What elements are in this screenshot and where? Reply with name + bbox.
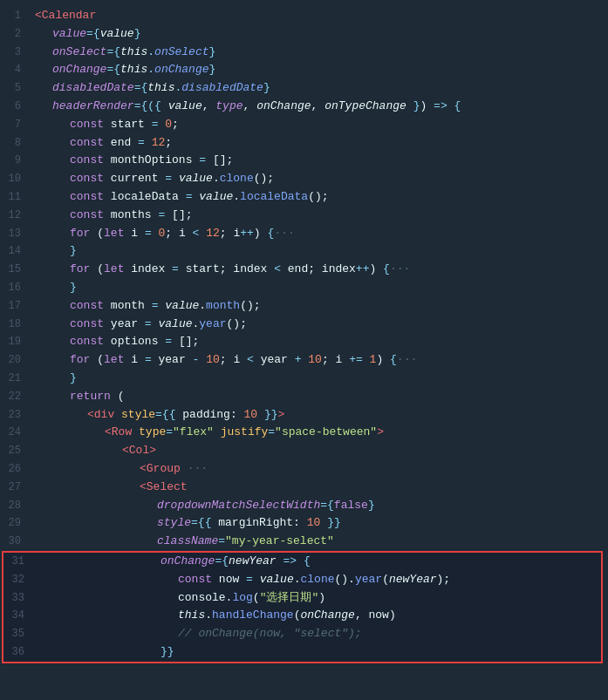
code-line: 13 for (let i = 0; i < 12; i++) {··· bbox=[0, 225, 608, 243]
code-line: 14 } bbox=[0, 242, 608, 261]
code-line-highlighted: 32 const now = value.clone().year(newYea… bbox=[3, 571, 601, 589]
code-line: 11 const localeData = value.localeData()… bbox=[0, 188, 608, 207]
code-line-highlighted: 31 onChange={newYear => { bbox=[3, 553, 601, 571]
code-line-highlighted: 34 this.handleChange(onChange, now) bbox=[3, 607, 601, 625]
code-line: 7 const start = 0; bbox=[0, 116, 608, 134]
code-line: 26 <Group ··· bbox=[0, 460, 608, 479]
code-line: 19 const options = []; bbox=[0, 333, 608, 351]
code-line: 25 <Col> bbox=[0, 442, 608, 460]
code-line: 23 <div style={{ padding: 10 }}> bbox=[0, 406, 608, 425]
code-line: 4 onChange={this.onChange} bbox=[0, 61, 608, 79]
code-line: 15 for (let index = start; index < end; … bbox=[0, 261, 608, 279]
code-line: 1 <Calendar bbox=[0, 7, 608, 25]
code-line: 18 const year = value.year(); bbox=[0, 316, 608, 334]
code-line: 3 onSelect={this.onSelect} bbox=[0, 44, 608, 62]
code-line: 28 dropdownMatchSelectWidth={false} bbox=[0, 497, 608, 515]
code-line: 24 <Row type="flex" justify="space-betwe… bbox=[0, 424, 608, 442]
code-line: 8 const end = 12; bbox=[0, 134, 608, 153]
code-line: 27 <Select bbox=[0, 479, 608, 497]
code-line: 9 const monthOptions = []; bbox=[0, 152, 608, 170]
code-line: 21 } bbox=[0, 370, 608, 388]
code-line: 30 className="my-year-select" bbox=[0, 533, 608, 551]
code-line: 22 return ( bbox=[0, 388, 608, 406]
code-line: 16 } bbox=[0, 279, 608, 297]
code-line: 5 disabledDate={this.disabledDate} bbox=[0, 79, 608, 98]
code-line: 2 value={value} bbox=[0, 25, 608, 44]
code-line-highlighted: 35 // onChange(now, "select"); bbox=[3, 625, 601, 643]
code-line: 12 const months = []; bbox=[0, 207, 608, 225]
code-line: 10 const current = value.clone(); bbox=[0, 170, 608, 188]
code-line-highlighted: 33 console.log("选择日期") bbox=[3, 589, 601, 608]
code-line: 17 const month = value.month(); bbox=[0, 297, 608, 316]
code-line: 20 for (let i = year - 10; i < year + 10… bbox=[0, 351, 608, 370]
code-line: 6 headerRender={({ value, type, onChange… bbox=[0, 98, 608, 116]
code-line-highlighted: 36 }} bbox=[3, 643, 601, 662]
code-editor: 1 <Calendar 2 value={value} 3 onSelect={… bbox=[0, 0, 608, 670]
code-line: 29 style={{ marginRight: 10 }} bbox=[0, 514, 608, 533]
